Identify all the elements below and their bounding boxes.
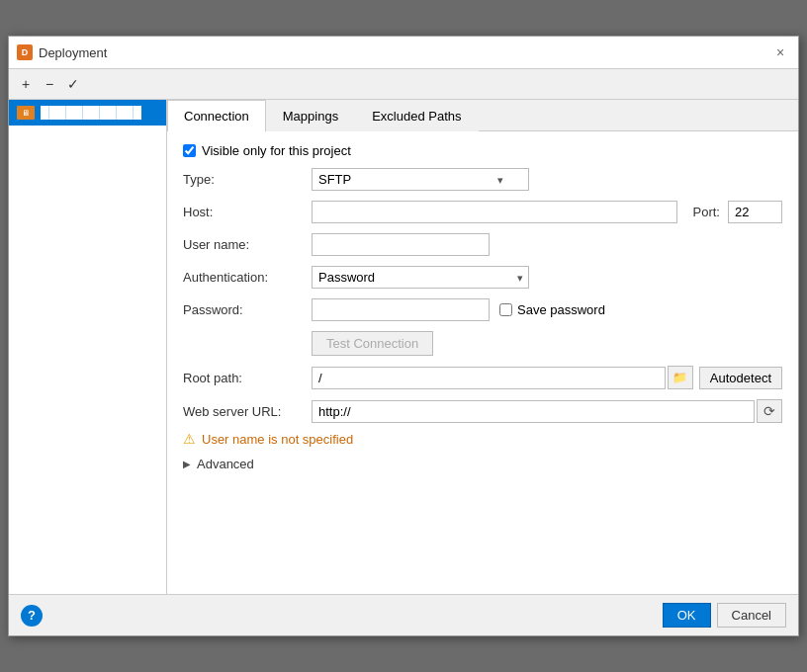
save-password-checkbox[interactable]: [499, 303, 512, 316]
remove-button[interactable]: −: [39, 73, 60, 95]
content-panel: Connection Mappings Excluded Paths Visib…: [167, 100, 798, 594]
password-row: Password: Save password: [183, 298, 782, 321]
host-label: Host:: [183, 205, 312, 219]
advanced-row[interactable]: ▶ Advanced: [183, 457, 782, 471]
username-input[interactable]: [312, 233, 490, 256]
close-button[interactable]: ×: [770, 42, 790, 62]
port-group: Port:: [693, 201, 782, 223]
visible-checkbox-row: Visible only for this project: [183, 143, 782, 158]
password-label: Password:: [183, 302, 312, 317]
clear-url-button[interactable]: ⟳: [757, 399, 782, 423]
autodetect-button[interactable]: Autodetect: [699, 367, 782, 389]
port-input[interactable]: [728, 201, 782, 223]
auth-select[interactable]: Password Key pair OpenSSH config and aut…: [312, 266, 529, 289]
host-input[interactable]: [312, 201, 677, 223]
toolbar: + − ✓: [9, 69, 798, 100]
test-connection-row: Test Connection: [183, 331, 782, 356]
username-row: User name:: [183, 233, 782, 256]
type-label: Type:: [183, 172, 312, 187]
auth-label: Authentication:: [183, 270, 312, 285]
server-icon: 🖥: [17, 106, 35, 120]
connection-tab-content: Visible only for this project Type: SFTP…: [167, 131, 798, 594]
password-input[interactable]: [312, 298, 490, 321]
visible-checkbox-label[interactable]: Visible only for this project: [202, 143, 351, 158]
tab-mappings[interactable]: Mappings: [266, 100, 355, 131]
dialog-title: Deployment: [39, 45, 107, 60]
username-label: User name:: [183, 237, 312, 252]
auth-row: Authentication: Password Key pair OpenSS…: [183, 266, 782, 289]
web-url-input[interactable]: [312, 400, 755, 423]
type-select[interactable]: SFTP FTP Local or mounted folder: [312, 168, 529, 191]
advanced-arrow: ▶: [183, 459, 191, 469]
web-url-row: Web server URL: ⟳: [183, 399, 782, 423]
test-connection-button[interactable]: Test Connection: [312, 331, 433, 356]
auth-select-wrapper: Password Key pair OpenSSH config and aut…: [312, 266, 529, 289]
save-password-label[interactable]: Save password: [517, 302, 605, 317]
footer-right: OK Cancel: [663, 603, 786, 628]
sidebar: 🖥 ████████████: [9, 100, 167, 594]
sidebar-item-server[interactable]: 🖥 ████████████: [9, 100, 166, 126]
footer-left: ?: [21, 605, 43, 627]
sidebar-item-label: ████████████: [41, 106, 141, 120]
root-path-row: Root path: 📁 Autodetect: [183, 366, 782, 389]
host-row: Host: Port:: [183, 201, 782, 223]
ok-button[interactable]: OK: [663, 603, 711, 628]
type-row: Type: SFTP FTP Local or mounted folder: [183, 168, 782, 191]
root-path-input[interactable]: [312, 367, 666, 389]
advanced-label: Advanced: [197, 457, 254, 471]
check-button[interactable]: ✓: [62, 73, 84, 95]
visible-checkbox[interactable]: [183, 144, 196, 157]
port-label: Port:: [693, 205, 720, 219]
title-bar-left: D Deployment: [17, 44, 107, 60]
type-select-wrapper: SFTP FTP Local or mounted folder: [312, 168, 509, 191]
browse-path-button[interactable]: 📁: [668, 366, 693, 389]
root-path-label: Root path:: [183, 371, 312, 385]
dialog-footer: ? OK Cancel: [9, 594, 798, 635]
app-icon: D: [17, 44, 33, 60]
add-button[interactable]: +: [15, 73, 37, 95]
tabs: Connection Mappings Excluded Paths: [167, 100, 798, 131]
cancel-button[interactable]: Cancel: [717, 603, 786, 628]
web-url-label: Web server URL:: [183, 404, 312, 419]
tab-excluded-paths[interactable]: Excluded Paths: [355, 100, 478, 131]
warning-icon: ⚠: [183, 431, 196, 447]
help-button[interactable]: ?: [21, 605, 43, 627]
title-bar: D Deployment ×: [9, 37, 798, 69]
main-content: 🖥 ████████████ Connection Mappings Exclu…: [9, 100, 798, 594]
tab-connection[interactable]: Connection: [167, 100, 266, 131]
deployment-dialog: D Deployment × + − ✓ 🖥 ████████████ Conn…: [8, 36, 799, 636]
warning-text: User name is not specified: [202, 432, 353, 447]
warning-row: ⚠ User name is not specified: [183, 431, 782, 447]
